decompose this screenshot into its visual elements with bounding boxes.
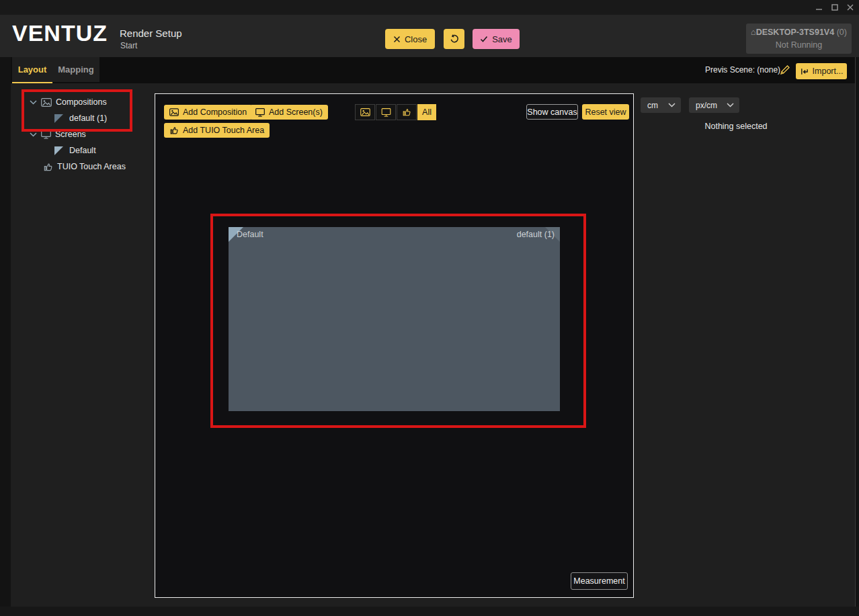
resolution-dropdown-value: px/cm	[696, 101, 717, 110]
x-icon	[393, 36, 401, 43]
measurement-button[interactable]: Measurement	[571, 572, 628, 590]
unit-dropdown-value: cm	[647, 101, 658, 110]
tree-node-composition-default[interactable]: default (1)	[54, 111, 107, 126]
image-icon	[169, 108, 179, 116]
tab-layout[interactable]: Layout	[12, 57, 52, 83]
page-title: Render Setup	[120, 28, 182, 39]
inspector-empty-message: Nothing selected	[639, 122, 833, 131]
import-button[interactable]: Import...	[796, 63, 847, 79]
unit-dropdown[interactable]: cm	[641, 97, 681, 113]
image-icon	[360, 108, 370, 116]
thumbs-up-icon	[43, 162, 53, 172]
window-frame-left	[0, 57, 11, 616]
filter-screens-button[interactable]	[376, 104, 396, 120]
close-button[interactable]: Close	[385, 29, 435, 49]
reset-view-button[interactable]: Reset view	[582, 104, 629, 120]
composition-corner-icon	[54, 114, 64, 124]
tree-label-composition-default: default (1)	[69, 114, 107, 123]
filter-compositions-button[interactable]	[355, 104, 375, 120]
ventuz-logo: VENTUZ	[12, 20, 108, 46]
import-button-label: Import...	[813, 67, 844, 76]
viewport-screen-default[interactable]: Default default (1)	[229, 227, 560, 411]
monitor-icon	[381, 108, 391, 117]
monitor-icon	[41, 130, 51, 139]
chevron-down-icon[interactable]	[30, 100, 37, 105]
minimize-icon	[816, 4, 823, 11]
viewport-screen-label: Default	[237, 230, 263, 239]
chevron-down-icon[interactable]	[30, 132, 37, 137]
add-composition-button[interactable]: Add Composition	[164, 105, 252, 120]
page-subtitle: Start	[120, 41, 137, 50]
filter-all-button[interactable]: All	[417, 104, 436, 120]
tree-label-screens: Screens	[55, 130, 86, 139]
tree-node-compositions[interactable]: Compositions	[30, 95, 107, 109]
home-icon: ⌂	[751, 28, 756, 37]
monitor-icon	[255, 108, 265, 117]
maximize-icon	[831, 4, 838, 11]
check-icon	[480, 36, 488, 43]
tree-label-tuio: TUIO Touch Areas	[57, 162, 126, 171]
import-arrow-icon	[800, 67, 809, 76]
image-icon	[41, 98, 52, 107]
tree-node-screen-default[interactable]: Default	[54, 143, 96, 158]
machine-status: Not Running	[776, 39, 823, 51]
add-screens-label: Add Screen(s)	[269, 107, 323, 117]
add-screens-button[interactable]: Add Screen(s)	[250, 105, 328, 120]
close-icon	[847, 4, 854, 11]
thumbs-up-icon	[402, 107, 411, 117]
thumbs-up-icon	[169, 126, 179, 135]
viewport-composition-label: default (1)	[517, 230, 555, 239]
filter-tuio-button[interactable]	[397, 104, 417, 120]
save-button[interactable]: Save	[473, 29, 520, 49]
window-frame-bottom	[0, 607, 859, 616]
close-window-button[interactable]	[846, 3, 855, 12]
window-titlebar	[0, 0, 859, 15]
minimize-button[interactable]	[815, 3, 824, 12]
machine-count: (0)	[837, 28, 847, 37]
tree-node-screens[interactable]: Screens	[30, 127, 86, 142]
tab-mapping[interactable]: Mapping	[52, 57, 99, 82]
add-tuio-label: Add TUIO Touch Area	[183, 126, 264, 135]
resolution-dropdown[interactable]: px/cm	[689, 97, 739, 113]
close-button-label: Close	[405, 34, 427, 44]
pencil-icon	[780, 64, 790, 75]
add-composition-label: Add Composition	[183, 107, 247, 117]
save-button-label: Save	[492, 34, 512, 44]
rotate-ccw-icon	[450, 34, 459, 44]
render-setup-window: VENTUZ Render Setup Start Close Save ⌂DE…	[0, 0, 859, 616]
screen-corner-icon	[54, 146, 64, 156]
tree-label-compositions: Compositions	[56, 97, 107, 107]
chevron-down-icon	[668, 103, 676, 107]
show-canvas-button[interactable]: Show canvas	[526, 104, 578, 120]
add-tuio-button[interactable]: Add TUIO Touch Area	[164, 123, 270, 138]
machine-status-box[interactable]: ⌂DESKTOP-3TS91V4 (0) Not Running	[746, 24, 852, 54]
edit-previs-button[interactable]	[780, 64, 790, 75]
tree-node-tuio[interactable]: TUIO Touch Areas	[43, 159, 126, 174]
reload-button[interactable]	[444, 29, 464, 49]
previs-scene-label: Previs Scene: (none)	[705, 65, 780, 75]
layout-canvas[interactable]: Add Composition Add Screen(s) Add TUIO T…	[155, 93, 634, 598]
window-frame-right	[855, 57, 859, 616]
chevron-down-icon	[727, 103, 734, 107]
filter-toggle-group: All	[355, 104, 436, 120]
maximize-button[interactable]	[830, 3, 840, 12]
tree-label-screen-default: Default	[69, 146, 96, 155]
machine-name: DESKTOP-3TS91V4	[756, 28, 834, 37]
